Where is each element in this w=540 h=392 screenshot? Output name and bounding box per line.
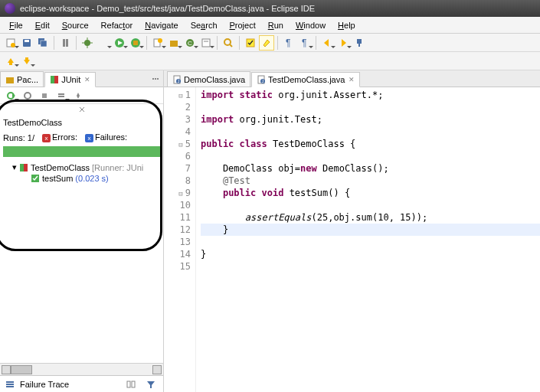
svg-point-40 — [157, 78, 159, 80]
highlight-button[interactable] — [259, 35, 274, 51]
scroll-thumb[interactable] — [11, 365, 32, 374]
runs-label: Runs: — [3, 133, 25, 142]
expander-icon[interactable]: ▾ — [12, 162, 17, 172]
editor-tabbar: J DemoClass.java J TestDemoClass.java ✕ — [164, 70, 540, 87]
menu-window[interactable]: Window — [290, 19, 332, 31]
svg-text:¶: ¶ — [302, 38, 306, 48]
view-menu-button[interactable] — [148, 71, 163, 87]
left-tabbar: Pac... JUnit ✕ — [0, 70, 163, 87]
open-type-button[interactable] — [198, 35, 214, 51]
save-all-button[interactable] — [35, 35, 51, 51]
tab-package-explorer[interactable]: Pac... — [0, 71, 44, 87]
svg-rect-37 — [54, 76, 58, 83]
close-icon[interactable]: ✕ — [84, 76, 90, 83]
editor-tab-democlass[interactable]: J DemoClass.java — [167, 71, 250, 87]
menu-source[interactable]: Source — [56, 19, 95, 31]
scroll-right-arrow[interactable] — [152, 365, 162, 374]
scroll-left-arrow[interactable] — [2, 365, 11, 374]
new-button[interactable] — [3, 35, 18, 51]
menu-bar: File Edit Source Refactor Navigate Searc… — [0, 17, 540, 34]
svg-rect-53 — [6, 381, 14, 383]
next-annotation-button[interactable] — [19, 54, 34, 69]
editor-pane: J DemoClass.java J TestDemoClass.java ✕ … — [164, 70, 540, 392]
pilcrow-button[interactable]: ¶ — [297, 35, 313, 51]
svg-rect-35 — [6, 77, 14, 83]
junit-stats: Runs: 1/ xErrors: xFailures: — [3, 130, 160, 145]
search-button[interactable] — [221, 35, 236, 51]
junit-panel: TestDemoClass Runs: 1/ xErrors: xFailure… — [0, 115, 163, 363]
pin-button[interactable] — [352, 35, 367, 51]
eclipse-logo-icon — [5, 3, 15, 14]
compare-button[interactable] — [123, 377, 139, 392]
test-label: testSum — [42, 174, 73, 183]
svg-text:¶: ¶ — [286, 38, 290, 48]
collapse-icon[interactable] — [78, 106, 86, 113]
failures-label: Failures: — [95, 132, 127, 142]
debug-drop-button[interactable] — [96, 35, 111, 51]
menu-run[interactable]: Run — [262, 19, 290, 31]
editor-tab-testdemoclass[interactable]: J TestDemoClass.java ✕ — [251, 72, 360, 87]
rerun-failed-button[interactable] — [20, 88, 35, 103]
menu-project[interactable]: Project — [224, 19, 262, 31]
tab-label: DemoClass.java — [184, 75, 245, 84]
menu-edit[interactable]: Edit — [29, 19, 56, 31]
tree-test-row[interactable]: testSum (0.023 s) — [3, 173, 160, 184]
forward-button[interactable] — [335, 35, 351, 51]
filter-button[interactable] — [143, 377, 159, 392]
progress-bar — [3, 146, 160, 157]
svg-point-16 — [158, 38, 162, 43]
save-button[interactable] — [19, 35, 34, 51]
junit-icon — [50, 75, 59, 84]
svg-rect-29 — [357, 39, 362, 44]
code-area[interactable]: 123456789101112131415 import static org.… — [164, 87, 540, 392]
suite-label: TestDemoClass — [31, 163, 90, 172]
menu-help[interactable]: Help — [332, 19, 362, 31]
test-pass-icon — [31, 174, 40, 183]
svg-marker-58 — [147, 381, 155, 388]
svg-point-22 — [224, 39, 231, 45]
show-whitespace-button[interactable]: ¶ — [281, 35, 296, 51]
menu-refactor[interactable]: Refactor — [95, 19, 139, 31]
tab-label: Pac... — [17, 75, 38, 84]
tree-suite-row[interactable]: ▾ TestDemoClass [Runner: JUni — [3, 162, 160, 173]
svg-point-39 — [152, 78, 154, 80]
tab-junit[interactable]: JUnit ✕ — [44, 72, 96, 87]
menu-navigate[interactable]: Navigate — [139, 19, 184, 31]
new-package-button[interactable] — [166, 35, 182, 51]
junit-tree: ▾ TestDemoClass [Runner: JUni testSum (0… — [3, 162, 160, 184]
main-toolbar: C ¶ ¶ — [0, 34, 540, 52]
svg-rect-5 — [41, 41, 47, 47]
svg-rect-32 — [9, 63, 12, 65]
left-pane: Pac... JUnit ✕ TestDemoClass Runs: 1/ xE… — [0, 70, 164, 392]
failure-trace-label: Failure Trace — [20, 380, 69, 389]
svg-marker-47 — [77, 93, 80, 99]
close-icon[interactable]: ✕ — [349, 76, 355, 83]
suite-runner: [Runner: JUni — [92, 163, 143, 172]
error-icon: x — [42, 134, 51, 142]
package-icon — [5, 75, 15, 84]
svg-rect-44 — [42, 93, 47, 98]
java-file-icon: J — [172, 75, 182, 84]
back-button[interactable] — [319, 35, 335, 51]
coverage-button[interactable] — [128, 35, 143, 51]
toggle-mark-button[interactable] — [243, 35, 258, 51]
toggle-button[interactable] — [57, 35, 73, 51]
prev-annotation-button[interactable] — [3, 54, 18, 69]
junit-class-name: TestDemoClass — [3, 116, 160, 130]
menu-file[interactable]: File — [3, 19, 29, 31]
debug-button[interactable] — [80, 35, 95, 51]
rerun-button[interactable] — [3, 88, 18, 103]
stop-button[interactable] — [37, 88, 52, 103]
history-button[interactable] — [54, 88, 69, 103]
horizontal-scrollbar[interactable] — [0, 363, 163, 375]
run-button[interactable] — [112, 35, 127, 51]
new-java-button[interactable] — [150, 35, 165, 51]
menu-search[interactable]: Search — [185, 19, 224, 31]
code-content[interactable]: import static org.junit.Assert.*; import… — [196, 87, 540, 392]
svg-rect-6 — [63, 39, 65, 47]
java-file-icon: J — [257, 75, 266, 84]
title-bar: eclipse-workspace - Demo_test/src/test/j… — [0, 0, 540, 17]
new-class-button[interactable]: C — [182, 35, 198, 51]
pin-junit-button[interactable] — [70, 88, 86, 103]
svg-rect-46 — [58, 96, 64, 97]
